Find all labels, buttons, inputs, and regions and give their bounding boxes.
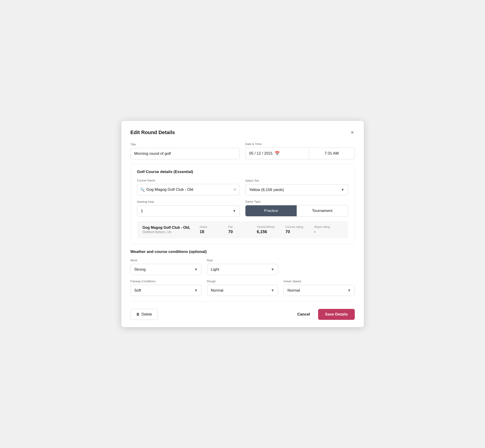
course-info-name: Gog Magog Golf Club - Old, Shelford Bott… (143, 226, 200, 234)
close-button[interactable]: × (350, 129, 355, 136)
select-tee-dropdown[interactable]: Yellow (6,156 yards) (245, 184, 348, 195)
delete-label: Delete (142, 312, 152, 316)
course-rating-value: 70 (285, 230, 290, 234)
holes-label: Holes (200, 225, 207, 229)
holes-value: 18 (200, 230, 204, 234)
date-text: 05 / 12 / 2021 (249, 151, 273, 156)
wind-label: Wind (130, 259, 202, 262)
practice-button[interactable]: Practice (245, 205, 297, 216)
select-tee-wrapper: Yellow (6,156 yards) ▼ (245, 184, 348, 195)
wind-dropdown[interactable]: Strong (130, 264, 202, 275)
course-name-group: Course Name 🔍 ✕ (137, 179, 240, 195)
starting-hole-dropdown[interactable]: 1 (137, 205, 240, 216)
rough-wrapper: Normal ▼ (207, 285, 278, 296)
weather-title: Weather and course conditions (optional) (130, 249, 355, 254)
select-tee-group: Select Tee Yellow (6,156 yards) ▼ (245, 179, 348, 195)
time-part[interactable]: 7:31 AM (309, 148, 355, 159)
weather-section: Weather and course conditions (optional)… (130, 249, 355, 296)
footer-right: Cancel Save Details (294, 309, 355, 320)
fairway-dropdown[interactable]: Soft (130, 285, 202, 296)
stat-course-rating: Course rating 70 (285, 225, 314, 234)
yards-value: 6,156 (257, 230, 267, 234)
cancel-button[interactable]: Cancel (294, 309, 314, 320)
trash-icon: 🗑 (136, 312, 140, 316)
date-part[interactable]: 05 / 12 / 2021 📅 (245, 148, 309, 159)
green-speed-wrapper: Normal ▼ (283, 285, 355, 296)
datetime-group: Date & Time 05 / 12 / 2021 📅 7:31 AM (245, 142, 355, 159)
game-type-label: Game Type (245, 200, 348, 203)
rain-group: Rain Light ▼ (207, 259, 278, 275)
course-name-label: Course Name (137, 179, 240, 182)
edit-round-modal: Edit Round Details × Title Date & Time 0… (121, 121, 364, 327)
rough-dropdown[interactable]: Normal (207, 285, 278, 296)
course-tee-row: Course Name 🔍 ✕ Select Tee Yellow (6,156… (137, 179, 348, 195)
par-label: Par (228, 225, 233, 229)
game-type-group: Game Type Practice Tournament (245, 200, 348, 216)
select-tee-label: Select Tee (245, 179, 348, 182)
fairway-wrapper: Soft ▼ (130, 285, 202, 296)
datetime-label: Date & Time (245, 142, 355, 146)
tournament-button[interactable]: Tournament (297, 205, 348, 216)
stat-par: Par 70 (228, 225, 257, 234)
course-name-input[interactable] (137, 184, 240, 195)
footer-divider (130, 301, 355, 302)
clear-icon[interactable]: ✕ (233, 187, 237, 192)
footer-row: 🗑 Delete Cancel Save Details (130, 307, 355, 320)
title-input[interactable] (130, 148, 240, 159)
title-group: Title (130, 143, 240, 159)
slope-rating-value: - (314, 230, 315, 234)
course-name-display: Gog Magog Golf Club - Old, (143, 226, 200, 230)
modal-title: Edit Round Details (130, 129, 175, 136)
save-button[interactable]: Save Details (318, 309, 355, 320)
fairway-rough-green-row: Fairway Conditions Soft ▼ Rough Normal ▼ (130, 280, 355, 296)
course-info-row: Gog Magog Golf Club - Old, Shelford Bott… (137, 221, 348, 238)
slope-rating-label: Slope rating (314, 225, 330, 229)
golf-section-title: Golf Course details (Essential) (137, 170, 348, 174)
starting-hole-group: Starting Hole 1 ▼ (137, 200, 240, 216)
green-speed-dropdown[interactable]: Normal (283, 285, 355, 296)
wind-group: Wind Strong ▼ (130, 259, 202, 275)
wind-wrapper: Strong ▼ (130, 264, 202, 275)
hole-gametype-row: Starting Hole 1 ▼ Game Type Practice Tou… (137, 200, 348, 216)
search-icon: 🔍 (140, 188, 145, 192)
game-type-toggle: Practice Tournament (245, 205, 348, 216)
stat-holes: Holes 18 (200, 225, 228, 234)
calendar-icon: 📅 (275, 151, 280, 156)
course-location: Shelford Bottom, UK (143, 230, 200, 234)
starting-hole-label: Starting Hole (137, 200, 240, 203)
modal-header: Edit Round Details × (130, 129, 355, 136)
fairway-group: Fairway Conditions Soft ▼ (130, 280, 202, 296)
wind-rain-row: Wind Strong ▼ Rain Light ▼ (130, 259, 355, 275)
course-search-wrapper: 🔍 ✕ (137, 184, 240, 195)
rough-label: Rough (207, 280, 278, 283)
green-speed-label: Green Speed (283, 280, 355, 283)
rough-group: Rough Normal ▼ (207, 280, 278, 296)
par-value: 70 (228, 230, 233, 234)
date-time-row: 05 / 12 / 2021 📅 7:31 AM (245, 147, 355, 159)
fairway-label: Fairway Conditions (130, 280, 202, 283)
yards-label: Yards(Yellow) (257, 225, 275, 229)
rain-dropdown[interactable]: Light (207, 264, 278, 275)
stat-slope-rating: Slope rating - (314, 225, 343, 234)
stat-yards: Yards(Yellow) 6,156 (257, 225, 285, 234)
time-text: 7:31 AM (324, 151, 339, 156)
golf-course-section: Golf Course details (Essential) Course N… (130, 164, 355, 244)
course-rating-label: Course rating (285, 225, 303, 229)
starting-hole-wrapper: 1 ▼ (137, 205, 240, 216)
title-date-row: Title Date & Time 05 / 12 / 2021 📅 7 (130, 142, 355, 159)
rain-label: Rain (207, 259, 278, 262)
rain-wrapper: Light ▼ (207, 264, 278, 275)
title-label: Title (130, 143, 240, 146)
green-speed-group: Green Speed Normal ▼ (283, 280, 355, 296)
delete-button[interactable]: 🗑 Delete (130, 309, 158, 320)
